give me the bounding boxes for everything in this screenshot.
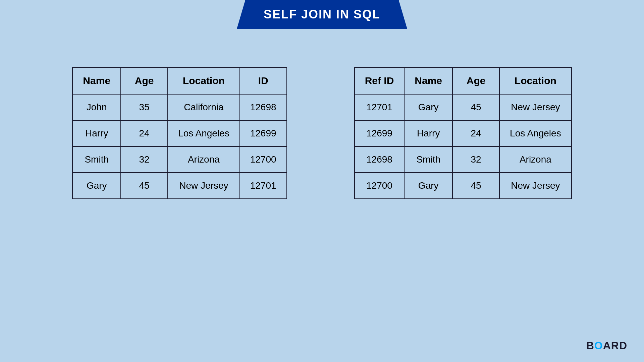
page-title: SELF JOIN IN SQL: [237, 0, 407, 29]
col-header-id-left: ID: [240, 67, 287, 94]
table-row: 12698Smith32Arizona: [355, 146, 572, 173]
table-cell: 12701: [240, 173, 287, 199]
col-header-age-left: Age: [121, 67, 168, 94]
table-cell: 32: [452, 146, 499, 173]
table-row: 12699Harry24Los Angeles: [355, 120, 572, 146]
table-row: John35California12698: [72, 94, 286, 120]
col-header-refid-right: Ref ID: [355, 67, 405, 94]
table-cell: 32: [121, 146, 168, 173]
table-cell: 12698: [240, 94, 287, 120]
table-cell: 24: [121, 120, 168, 146]
table-cell: Harry: [404, 120, 452, 146]
logo-accent: O: [594, 340, 603, 352]
table-row: 12700Gary45New Jersey: [355, 173, 572, 199]
table-cell: New Jersey: [499, 173, 572, 199]
table-cell: Harry: [72, 120, 121, 146]
brand-logo: BOARD: [586, 340, 627, 352]
col-header-name-left: Name: [72, 67, 121, 94]
table-cell: Gary: [72, 173, 121, 199]
table-cell: New Jersey: [499, 94, 572, 120]
table-cell: 12700: [355, 173, 405, 199]
table-cell: California: [168, 94, 240, 120]
table-cell: 12699: [240, 120, 287, 146]
table-cell: Arizona: [499, 146, 572, 173]
table-cell: Gary: [404, 94, 452, 120]
table-cell: New Jersey: [168, 173, 240, 199]
table-cell: Los Angeles: [168, 120, 240, 146]
table-cell: Smith: [404, 146, 452, 173]
table-row: Harry24Los Angeles12699: [72, 120, 286, 146]
table-cell: 35: [121, 94, 168, 120]
table-row: Smith32Arizona12700: [72, 146, 286, 173]
table-right: Ref ID Name Age Location 12701Gary45New …: [354, 67, 572, 199]
table-cell: Arizona: [168, 146, 240, 173]
table-cell: 12698: [355, 146, 405, 173]
table-cell: 45: [452, 94, 499, 120]
table-cell: 12699: [355, 120, 405, 146]
table-row: Gary45New Jersey12701: [72, 173, 286, 199]
col-header-age-right: Age: [452, 67, 499, 94]
table-cell: 12700: [240, 146, 287, 173]
col-header-location-left: Location: [168, 67, 240, 94]
table-cell: 12701: [355, 94, 405, 120]
col-header-location-right: Location: [499, 67, 572, 94]
table-cell: 24: [452, 120, 499, 146]
table-cell: 45: [452, 173, 499, 199]
table-cell: John: [72, 94, 121, 120]
table-cell: Gary: [404, 173, 452, 199]
tables-container: Name Age Location ID John35California126…: [0, 67, 644, 199]
table-left: Name Age Location ID John35California126…: [72, 67, 287, 199]
table-cell: 45: [121, 173, 168, 199]
table-cell: Los Angeles: [499, 120, 572, 146]
table-cell: Smith: [72, 146, 121, 173]
table-row: 12701Gary45New Jersey: [355, 94, 572, 120]
col-header-name-right: Name: [404, 67, 452, 94]
